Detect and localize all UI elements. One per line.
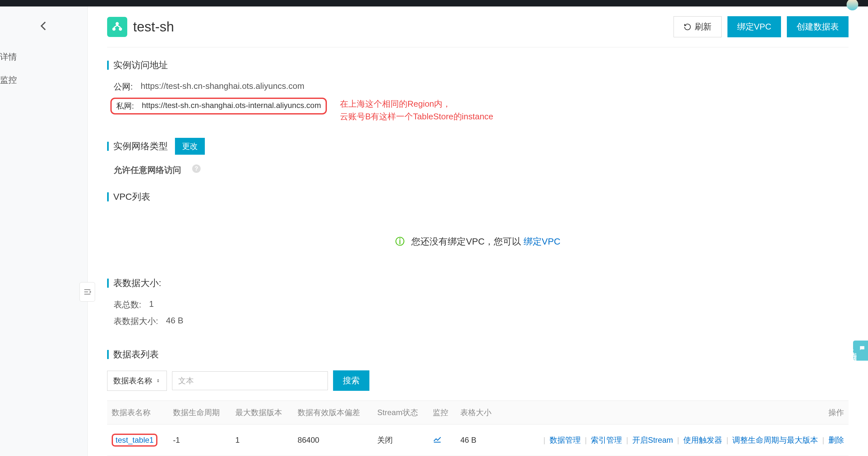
table-row: test_table1 -1 1 86400 关闭 46 B | 数据管理 | — [107, 425, 848, 456]
public-url: https://test-sh.cn-shanghai.ots.aliyuncs… — [141, 81, 304, 92]
col-maxversions: 最大数据版本 — [231, 401, 293, 425]
bind-vpc-link[interactable]: 绑定VPC — [524, 236, 561, 247]
action-data-mgmt[interactable]: 数据管理 — [550, 435, 581, 444]
svg-point-4 — [112, 27, 116, 31]
refresh-icon — [684, 23, 691, 31]
section-access-title: 实例访问地址 — [113, 59, 168, 71]
back-button[interactable] — [0, 6, 87, 45]
section-tablelist: 数据表列表 — [107, 348, 848, 361]
section-tablesize: 表数据大小: — [107, 277, 848, 289]
action-enable-stream[interactable]: 开启Stream — [632, 435, 673, 444]
col-ops: 操作 — [501, 401, 848, 425]
cell-monitor[interactable] — [428, 425, 456, 456]
refresh-label: 刷新 — [695, 21, 712, 32]
chart-icon — [433, 434, 442, 444]
table-name-link[interactable]: test_table1 — [116, 435, 154, 444]
info-icon: ⓘ — [395, 236, 404, 247]
create-table-button[interactable]: 创建数据表 — [787, 16, 848, 37]
section-tablesize-title: 表数据大小: — [113, 277, 161, 289]
action-delete[interactable]: 删除 — [828, 435, 844, 444]
col-monitor: 监控 — [428, 401, 456, 425]
top-bar — [0, 0, 868, 6]
tablestore-icon — [111, 21, 124, 33]
action-index-mgmt[interactable]: 索引管理 — [591, 435, 622, 444]
feedback-icon — [858, 345, 866, 354]
table-total-value: 1 — [149, 299, 154, 311]
cell-actions: | 数据管理 | 索引管理 | 开启Stream | 使用触发器 | 调整生命周… — [501, 425, 848, 456]
collapse-icon — [83, 287, 92, 296]
public-label: 公网: — [114, 81, 133, 92]
table-size-row: 表数据大小: 46 B — [107, 316, 848, 327]
svg-point-3 — [116, 22, 119, 25]
filter-field-label: 数据表名称 — [113, 376, 152, 386]
sidebar-item-monitor[interactable]: 监控 — [0, 68, 87, 92]
col-deviation: 数据有效版本偏差 — [293, 401, 373, 425]
allow-any-label: 允许任意网络访问 — [114, 164, 181, 176]
cell-maxversions: 1 — [231, 425, 293, 456]
help-icon[interactable]: ? — [192, 164, 200, 173]
annotation-region: 在上海这个相同的Region内， 云账号B有这样一个TableStore的ins… — [340, 98, 493, 123]
data-table: 数据表名称 数据生命周期 最大数据版本 数据有效版本偏差 Stream状态 监控… — [107, 400, 848, 456]
vpc-empty-state: ⓘ 您还没有绑定VPC，您可以 绑定VPC — [107, 213, 848, 277]
search-input[interactable] — [172, 371, 328, 390]
private-label: 私网: — [116, 101, 134, 111]
table-size-value: 46 B — [166, 316, 183, 327]
sidebar-toggle[interactable] — [80, 282, 95, 302]
table-size-label: 表数据大小: — [114, 316, 158, 327]
feedback-tab[interactable]: 咨询·建议 — [853, 340, 868, 361]
table-total-label: 表总数: — [114, 299, 141, 311]
allow-any-network-row: 允许任意网络访问 ? — [107, 164, 848, 176]
col-name: 数据表名称 — [107, 401, 168, 425]
public-endpoint-row: 公网: https://test-sh.cn-shanghai.ots.aliy… — [107, 81, 848, 92]
col-ttl: 数据生命周期 — [168, 401, 231, 425]
refresh-button[interactable]: 刷新 — [674, 16, 722, 37]
main-content: test-sh 刷新 绑定VPC 创建数据表 实例访问地址 公网: https:… — [88, 6, 868, 456]
sidebar-item-details[interactable]: 详情 — [0, 45, 87, 68]
section-tablelist-title: 数据表列表 — [113, 348, 159, 361]
private-url: https://test-sh.cn-shanghai.ots-internal… — [142, 101, 321, 111]
col-size: 表格大小 — [456, 401, 500, 425]
chevron-left-icon — [38, 20, 50, 32]
instance-logo — [107, 17, 127, 37]
feedback-label: 咨询·建议 — [849, 347, 858, 355]
section-network: 实例网络类型 更改 — [107, 138, 848, 155]
table-total-row: 表总数: 1 — [107, 299, 848, 311]
action-trigger[interactable]: 使用触发器 — [683, 435, 722, 444]
col-stream: Stream状态 — [373, 401, 428, 425]
section-network-title: 实例网络类型 — [113, 140, 168, 153]
change-network-button[interactable]: 更改 — [175, 138, 205, 155]
action-adjust[interactable]: 调整生命周期与最大版本 — [732, 435, 818, 444]
sidebar: 详情 监控 — [0, 6, 88, 456]
cell-stream: 关闭 — [373, 425, 428, 456]
cell-deviation: 86400 — [293, 425, 373, 456]
section-access: 实例访问地址 — [107, 59, 848, 71]
vpc-empty-text: 您还没有绑定VPC，您可以 — [411, 236, 521, 247]
bind-vpc-button[interactable]: 绑定VPC — [727, 16, 781, 37]
table-name-highlight: test_table1 — [112, 434, 157, 447]
private-endpoint-highlight: 私网: https://test-sh.cn-shanghai.ots-inte… — [111, 98, 327, 115]
page-title: test-sh — [133, 19, 174, 35]
svg-point-5 — [119, 27, 122, 31]
filter-field-select[interactable]: 数据表名称 — [107, 371, 167, 391]
cell-ttl: -1 — [168, 425, 231, 456]
section-vpc: VPC列表 — [107, 191, 848, 203]
sort-icon — [155, 378, 161, 383]
section-vpc-title: VPC列表 — [113, 191, 150, 203]
search-button[interactable]: 搜索 — [333, 370, 369, 391]
cell-size: 46 B — [456, 425, 500, 456]
